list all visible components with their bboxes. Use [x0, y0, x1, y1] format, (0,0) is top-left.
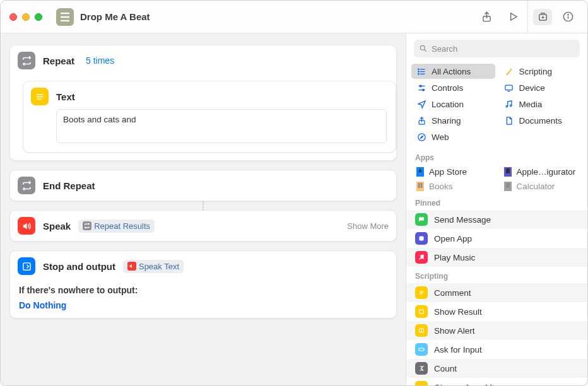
- category-device[interactable]: Device: [499, 80, 583, 95]
- sum-icon: [415, 362, 428, 375]
- output-nowhere-label: If there's nowhere to output:: [19, 285, 387, 295]
- svg-point-19: [419, 258, 420, 259]
- svg-point-12: [506, 105, 508, 107]
- repeat-icon: [18, 177, 35, 194]
- minimize-window-button[interactable]: [22, 13, 30, 21]
- action-repeat[interactable]: Repeat 5 times Text Boots and cats and: [9, 45, 397, 161]
- safari-icon: [416, 132, 426, 142]
- category-media[interactable]: Media: [499, 96, 583, 112]
- output-input-token[interactable]: Speak Text: [123, 260, 184, 273]
- sliders-icon: [416, 83, 426, 93]
- category-controls[interactable]: Controls: [411, 80, 495, 95]
- titlebar: Drop Me A Beat: [1, 1, 587, 33]
- svg-rect-24: [419, 348, 424, 351]
- svg-point-5: [420, 45, 425, 50]
- app-window: Drop Me A Beat: [0, 0, 588, 386]
- action-item-open-app[interactable]: Open App: [406, 229, 587, 248]
- speaker-icon: [18, 217, 35, 235]
- search-input[interactable]: Search: [414, 40, 580, 57]
- document-icon: [504, 115, 514, 126]
- device-icon: [504, 83, 514, 93]
- action-title: Stop and output: [43, 261, 115, 272]
- action-title: Text: [56, 91, 75, 102]
- svg-point-20: [422, 257, 423, 259]
- action-item-ask-for-input[interactable]: Ask for Input: [406, 340, 587, 359]
- svg-point-13: [510, 105, 512, 107]
- info-button[interactable]: [561, 10, 575, 24]
- category-documents[interactable]: Documents: [499, 113, 583, 128]
- music-icon: [415, 251, 428, 264]
- svg-point-9: [420, 85, 421, 87]
- svg-point-23: [421, 331, 422, 332]
- app-apple-configurator[interactable]: Apple…igurator: [499, 165, 583, 179]
- menu-icon: [415, 381, 428, 385]
- category-sharing[interactable]: Sharing: [411, 113, 495, 128]
- app-app-store[interactable]: App Store: [411, 165, 495, 179]
- library-sidebar: Search All Actions Scripting Controls: [406, 33, 587, 385]
- category-all-actions[interactable]: All Actions: [411, 64, 495, 79]
- svg-point-3: [567, 15, 568, 15]
- svg-rect-11: [505, 85, 512, 90]
- wand-icon: [504, 66, 514, 76]
- output-nowhere-value[interactable]: Do Nothing: [19, 300, 387, 310]
- category-scripting[interactable]: Scripting: [499, 64, 583, 79]
- close-window-button[interactable]: [9, 13, 17, 21]
- configurator-icon: [504, 167, 512, 177]
- section-title-pinned: Pinned: [406, 194, 587, 210]
- share-button[interactable]: [479, 10, 493, 24]
- app-books[interactable]: Books: [411, 179, 495, 194]
- repeat-count-param[interactable]: 5 times: [83, 54, 117, 67]
- library-toggle-button[interactable]: [533, 9, 552, 25]
- calculator-icon: [504, 182, 512, 191]
- action-item-count[interactable]: Count: [406, 359, 587, 378]
- action-item-show-alert[interactable]: Show Alert: [406, 321, 587, 340]
- category-location[interactable]: Location: [411, 96, 495, 112]
- editor-canvas[interactable]: Repeat 5 times Text Boots and cats and: [1, 33, 406, 385]
- action-title: End Repeat: [43, 180, 95, 191]
- text-icon: [31, 88, 49, 105]
- show-more-button[interactable]: Show More: [347, 221, 389, 231]
- books-icon: [416, 182, 424, 191]
- app-calculator[interactable]: Calculator: [499, 179, 583, 194]
- svg-rect-4: [23, 262, 30, 269]
- comment-icon: [415, 286, 428, 299]
- window-title: Drop Me A Beat: [80, 11, 150, 22]
- action-stop-output[interactable]: Stop and output Speak Text If there's no…: [9, 250, 397, 319]
- svg-point-8: [418, 73, 419, 74]
- app-store-icon: [416, 167, 424, 177]
- action-item-send-message[interactable]: Send Message: [406, 210, 587, 229]
- alert-icon: [415, 324, 428, 337]
- svg-point-15: [418, 133, 425, 140]
- action-item-comment[interactable]: Comment: [406, 283, 587, 302]
- svg-rect-16: [506, 168, 510, 173]
- category-grid: All Actions Scripting Controls Device Lo…: [406, 64, 587, 148]
- shortcut-icon: [56, 8, 74, 26]
- location-icon: [416, 99, 426, 109]
- speak-input-token[interactable]: Repeat Results: [78, 219, 155, 233]
- category-web[interactable]: Web: [411, 129, 495, 144]
- svg-rect-21: [420, 310, 424, 313]
- svg-point-10: [422, 89, 424, 91]
- action-item-choose-from-menu[interactable]: Choose from Menu: [406, 378, 587, 385]
- music-icon: [504, 99, 514, 109]
- text-input-field[interactable]: Boots and cats and: [56, 109, 387, 143]
- search-icon: [419, 44, 428, 53]
- action-text[interactable]: Text Boots and cats and: [23, 81, 396, 153]
- run-button[interactable]: [506, 10, 520, 24]
- list-icon: [416, 66, 426, 76]
- result-icon: [415, 305, 428, 318]
- svg-rect-18: [420, 237, 424, 241]
- open-app-icon: [415, 232, 428, 245]
- svg-point-6: [418, 69, 419, 70]
- svg-rect-17: [506, 183, 510, 188]
- action-item-play-music[interactable]: Play Music: [406, 248, 587, 267]
- window-controls: [9, 13, 42, 21]
- flow-connector: [9, 201, 397, 210]
- action-title: Repeat: [43, 56, 74, 66]
- share-icon: [416, 115, 426, 126]
- output-icon: [18, 257, 35, 275]
- action-end-repeat[interactable]: End Repeat: [9, 170, 397, 201]
- action-speak[interactable]: Speak Repeat Results Show More: [9, 210, 397, 242]
- zoom-window-button[interactable]: [35, 13, 42, 21]
- action-item-show-result[interactable]: Show Result: [406, 302, 587, 321]
